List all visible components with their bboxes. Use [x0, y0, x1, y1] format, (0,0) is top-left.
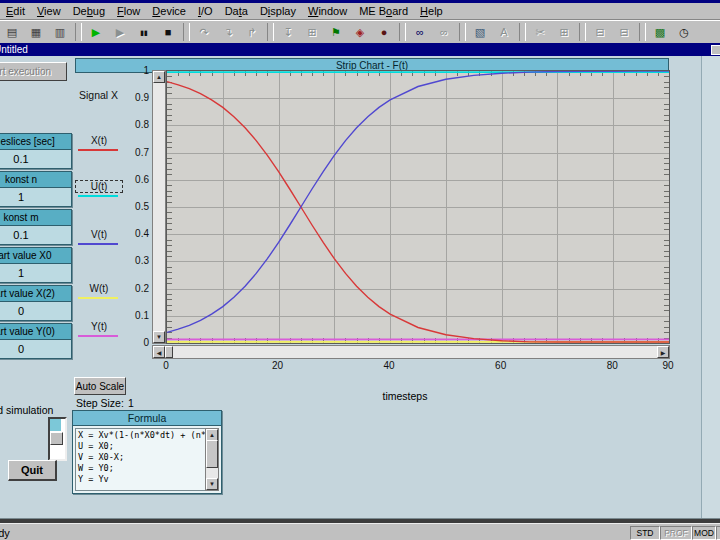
menu-item-help[interactable]: Help — [414, 4, 449, 18]
y-tick-label: 1 — [143, 65, 149, 76]
param-box-value[interactable]: 1 — [0, 188, 71, 206]
legend-label-wt[interactable]: W(t) — [76, 283, 122, 294]
status-indicator-vxi: VXI — [716, 526, 720, 540]
step-size-label: Step Size: — [76, 397, 124, 409]
paste-button: ⊟ — [589, 22, 611, 42]
scroll-right-button[interactable]: ▶ — [657, 346, 669, 358]
globe-button[interactable]: ● — [373, 22, 395, 42]
run-button[interactable]: ▶ — [85, 22, 107, 42]
legend-label-xt[interactable]: X(t) — [76, 135, 122, 146]
start-execution-button[interactable]: start execution — [0, 62, 67, 81]
y-tick-label: 0.9 — [135, 92, 149, 103]
properties-icon: ▧ — [475, 27, 485, 38]
y-tick-label: 0.6 — [135, 173, 149, 184]
format-button: A — [493, 22, 515, 42]
param-box-5: start value Y(0)0 — [0, 323, 72, 359]
formula-scroll-down[interactable]: ▼ — [206, 478, 218, 490]
menu-item-me-board[interactable]: ME Board — [353, 4, 414, 18]
legend-line — [78, 297, 118, 299]
legend-label-ut[interactable]: U(t) — [76, 181, 122, 192]
timer-button[interactable]: ◷ — [673, 22, 695, 42]
param-box-value[interactable]: 0 — [0, 302, 71, 320]
menu-item-i-o[interactable]: I/O — [192, 4, 219, 18]
step-out-icon: ↱ — [247, 27, 256, 38]
instrument-manager-button[interactable]: ⚑ — [325, 22, 347, 42]
x-axis-labels: 02040608090 — [0, 360, 720, 372]
stop-icon: ■ — [165, 27, 172, 38]
scroll-up-button[interactable]: ▲ — [153, 71, 165, 83]
x-tick-label: 0 — [163, 360, 169, 371]
chart-horizontal-scrollbar[interactable]: ◀ ▶ — [152, 345, 670, 359]
status-indicator-mod: MOD — [692, 526, 716, 540]
x-axis-title: timesteps — [360, 390, 450, 402]
quit-button[interactable]: Quit — [8, 460, 57, 481]
find-next-button: ∞ — [433, 22, 455, 42]
menu-item-view[interactable]: View — [31, 4, 67, 18]
menu-item-flow[interactable]: Flow — [111, 4, 146, 18]
menu-item-window[interactable]: Window — [302, 4, 353, 18]
step-out-button: ↱ — [241, 22, 263, 42]
scroll-down-button[interactable]: ▼ — [153, 331, 165, 343]
toggle-thumb[interactable] — [50, 432, 63, 445]
formula-line: X = Xv*(1-(n*X0*dt) + (n*Xv*dt) - — [78, 430, 203, 441]
step-size-value[interactable]: 1 — [128, 397, 134, 409]
step-into-icon: ↴ — [223, 27, 232, 38]
param-box-value[interactable]: 0.1 — [0, 150, 71, 168]
auto-scale-button[interactable]: Auto Scale — [74, 377, 126, 395]
stop-button[interactable]: ■ — [157, 22, 179, 42]
window-titlebar[interactable]: Untitled — [0, 43, 720, 56]
menu-item-data[interactable]: Data — [219, 4, 254, 18]
legend-line — [78, 195, 118, 197]
resume-button: ▶ — [109, 22, 131, 42]
download-button: ↧ — [277, 22, 299, 42]
timer-icon: ◷ — [679, 27, 689, 38]
param-box-value[interactable]: 0 — [0, 340, 71, 358]
formula-text[interactable]: X = Xv*(1-(n*X0*dt) + (n*Xv*dt) -U = X0;… — [75, 428, 206, 491]
toggle-fill — [50, 419, 61, 431]
save-file-button[interactable]: ▦ — [25, 22, 47, 42]
y-tick-label: 0.1 — [135, 309, 149, 320]
menu-item-display[interactable]: Display — [254, 4, 302, 18]
y-tick-label: 0.7 — [135, 146, 149, 157]
formula-scrollbar[interactable]: ▲ ▼ — [205, 428, 219, 491]
formula-line: U = X0; — [78, 441, 203, 452]
y-tick-label: 0.5 — [135, 201, 149, 212]
find-next-icon: ∞ — [440, 27, 448, 38]
window-corner-icon[interactable] — [711, 45, 720, 55]
screen-dump-button[interactable]: ▩ — [649, 22, 671, 42]
status-indicator-std: STD — [630, 526, 660, 540]
bus-io-monitor-button[interactable]: ◈ — [349, 22, 371, 42]
legend-line — [78, 243, 118, 245]
properties-button[interactable]: ▧ — [469, 22, 491, 42]
param-box-value[interactable]: 1 — [0, 264, 71, 282]
param-box-3: start value X01 — [0, 247, 72, 283]
formula-title: Formula — [128, 412, 167, 424]
chart-vertical-scrollbar[interactable]: ▲ ▼ — [152, 70, 166, 344]
y-tick-label: 0.4 — [135, 228, 149, 239]
param-box-value[interactable]: 0.1 — [0, 226, 71, 244]
x-tick-label: 80 — [607, 360, 618, 371]
formula-line: Y = Yv — [78, 474, 203, 485]
resume-icon: ▶ — [116, 27, 124, 38]
strip-chart-plot[interactable] — [166, 70, 670, 344]
menu-item-debug[interactable]: Debug — [67, 4, 111, 18]
formula-box[interactable]: Formula X = Xv*(1-(n*X0*dt) + (n*Xv*dt) … — [72, 410, 222, 494]
legend-label-vt[interactable]: V(t) — [76, 229, 122, 240]
param-box-title: konst m — [0, 210, 71, 226]
legend-line — [78, 149, 118, 151]
find-button[interactable]: ∞ — [409, 22, 431, 42]
end-simulation-toggle[interactable] — [48, 417, 67, 461]
open-file-button[interactable]: ▤ — [1, 22, 23, 42]
y-tick-label: 0.8 — [135, 119, 149, 130]
hscroll-thumb[interactable] — [165, 346, 173, 358]
legend-label-yt[interactable]: Y(t) — [76, 321, 122, 332]
instrument-manager-icon: ⚑ — [331, 27, 341, 38]
menu-item-edit[interactable]: Edit — [0, 4, 31, 18]
scroll-left-button[interactable]: ◀ — [153, 346, 165, 358]
menu-item-device[interactable]: Device — [146, 4, 192, 18]
secured-copy-icon: ⊞ — [307, 27, 316, 38]
pause-button[interactable]: ▮▮ — [133, 22, 155, 42]
print-button[interactable]: ▥ — [49, 22, 71, 42]
formula-title-bar[interactable]: Formula — [73, 411, 221, 426]
formula-scroll-thumb[interactable] — [206, 440, 218, 468]
